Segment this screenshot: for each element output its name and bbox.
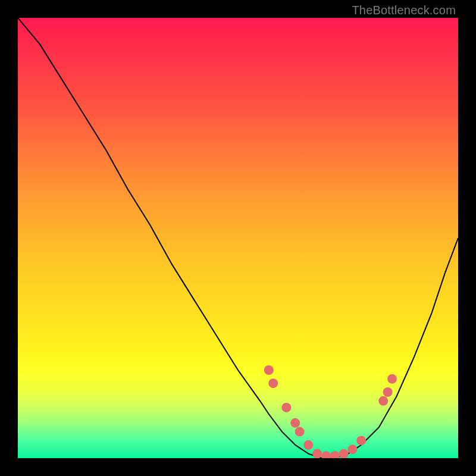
highlight-dot (268, 378, 278, 388)
highlight-dot (356, 436, 366, 445)
highlight-dot (295, 427, 305, 437)
highlight-dot (264, 365, 274, 375)
highlight-dot (312, 449, 322, 458)
highlight-dot (383, 387, 393, 397)
highlight-dot (330, 451, 340, 458)
highlight-dot (387, 374, 397, 384)
plot-area (18, 18, 458, 458)
highlight-dot (347, 444, 357, 454)
bottleneck-curve (18, 18, 458, 458)
highlight-dot (290, 418, 300, 428)
highlight-dot (321, 451, 331, 458)
watermark-text: TheBottleneck.com (352, 4, 456, 17)
highlight-dot (339, 449, 349, 458)
highlight-dot (303, 440, 313, 450)
highlight-dot (378, 396, 388, 406)
highlight-dot (281, 403, 291, 412)
